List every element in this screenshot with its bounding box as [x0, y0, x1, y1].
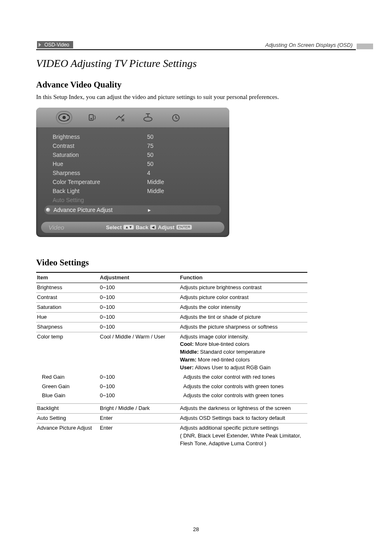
table-row: Auto SettingEnterAdjusts OSD Settings ba…: [36, 414, 307, 424]
osd-row-saturation[interactable]: Saturation50: [44, 150, 221, 159]
video-tab-icon[interactable]: [57, 112, 71, 123]
settings-table: Item Adjustment Function Brightness0~100…: [36, 272, 307, 449]
col-function: Function: [180, 274, 307, 282]
hint-back: Back: [136, 224, 148, 230]
page-title: VIDEO Adjusting TV Picture Settings: [36, 58, 356, 70]
osd-row-contrast[interactable]: Contrast75: [44, 141, 221, 150]
table-row: Blue Gain0~100Adjusts the color controls…: [36, 391, 307, 400]
table-row-colortemp: Color temp Cool / Middle / Warm / User A…: [36, 332, 307, 373]
svg-point-2: [67, 115, 69, 116]
table-row: Sharpness0~100Adjusts the picture sharpn…: [36, 322, 307, 332]
header-subtitle: Adjusting On Screen Displays (OSD): [265, 42, 356, 49]
table-row-advance: Advance Picture Adjust Enter Adjusts add…: [36, 424, 307, 449]
table-row: Saturation0~100Adjusts the color intensi…: [36, 303, 307, 313]
channel-tab-icon[interactable]: [141, 112, 155, 123]
svg-point-1: [62, 116, 66, 119]
updown-icon: ▲▼: [123, 225, 134, 230]
table-header: Item Adjustment Function: [36, 272, 307, 283]
svg-point-5: [90, 118, 92, 120]
table-row: Red Gain0~100Adjusts the color control w…: [36, 373, 307, 382]
page-content: OSD-Video Adjusting On Screen Displays (…: [0, 0, 392, 449]
setup-tab-icon[interactable]: [113, 112, 127, 123]
table-row: Hue0~100Adjusts the tint or shade of pic…: [36, 313, 307, 322]
enter-icon: ENTER: [176, 225, 192, 230]
osd-footer: Video Select ▲▼ Back ◀ Adjust ENTER: [41, 222, 224, 233]
osd-row-colortemp[interactable]: Color TemperatureMiddle: [44, 177, 221, 186]
col-adjustment: Adjustment: [100, 274, 180, 282]
parental-tab-icon[interactable]: [168, 112, 183, 123]
header-tag: OSD-Video: [37, 41, 73, 48]
hint-adjust: Adjust: [158, 224, 174, 230]
row-divider: [36, 400, 307, 404]
osd-row-brightness[interactable]: Brightness50: [44, 132, 221, 141]
hint-select: Select: [106, 224, 122, 230]
chevron-right-icon: ▸: [148, 207, 151, 213]
svg-point-6: [144, 117, 152, 121]
table-row: Brightness0~100Adjusts picture brightnes…: [36, 283, 307, 293]
page-number: 28: [0, 526, 392, 532]
osd-footer-section: Video: [48, 224, 106, 231]
osd-tab-icons: [36, 108, 229, 127]
osd-row-autosetting[interactable]: Auto Setting: [44, 196, 221, 205]
table-row: BacklightBright / Middle / DarkAdjusts t…: [36, 404, 307, 414]
osd-row-advance-highlight[interactable]: Advance Picture Adjust▸: [44, 205, 221, 214]
header-accent: [357, 44, 373, 49]
osd-row-sharpness[interactable]: Sharpness4: [44, 168, 221, 177]
advance-heading: Advance Video Quality: [36, 80, 356, 90]
table-row: Contrast0~100Adjusts picture color contr…: [36, 293, 307, 303]
osd-row-hue[interactable]: Hue50: [44, 159, 221, 168]
table-row: Green Gain0~100Adjusts the color control…: [36, 382, 307, 391]
col-item: Item: [36, 274, 100, 282]
osd-row-backlight[interactable]: Back LightMiddle: [44, 186, 221, 196]
osd-panel: Brightness50 Contrast75 Saturation50 Hue…: [36, 108, 229, 237]
audio-tab-icon[interactable]: [85, 112, 99, 123]
page-header: OSD-Video Adjusting On Screen Displays (…: [36, 41, 356, 50]
video-settings-heading: Video Settings: [36, 258, 356, 268]
left-icon: ◀: [150, 225, 156, 230]
advance-description: In this Setup Index, you can adjust the …: [36, 92, 356, 102]
osd-body: Brightness50 Contrast75 Saturation50 Hue…: [36, 127, 229, 217]
svg-point-3: [67, 119, 69, 120]
